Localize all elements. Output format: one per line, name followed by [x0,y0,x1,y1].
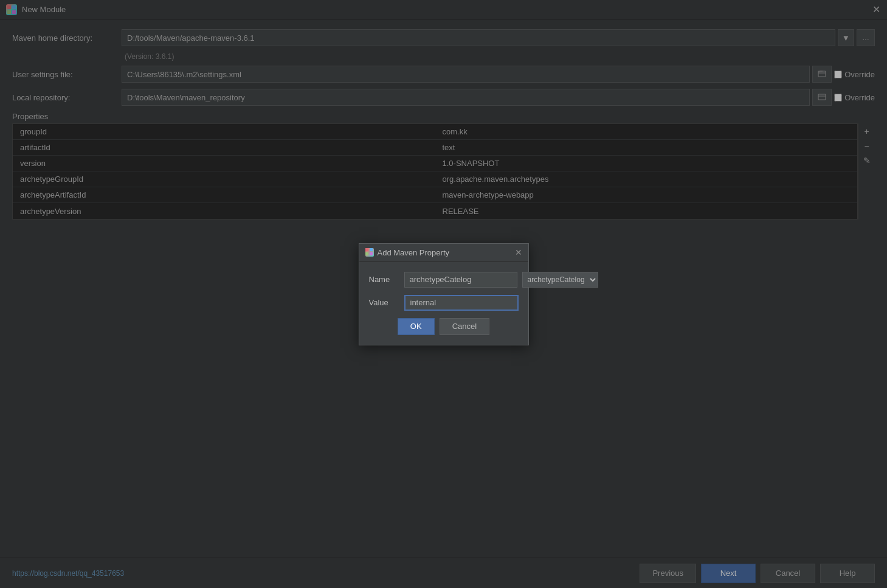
modal-titlebar-left: Add Maven Property [365,248,450,257]
modal-name-dropdown[interactable]: archetypeCatelog [522,272,598,288]
modal-title: Add Maven Property [378,248,450,257]
svg-rect-8 [365,252,368,255]
modal-titlebar: Add Maven Property ✕ [359,244,528,262]
modal-name-label: Name [369,275,399,284]
modal-buttons: OK Cancel [369,318,519,335]
modal-overlay: Add Maven Property ✕ Name archetypeCatel… [0,0,887,588]
modal-value-input[interactable] [404,295,519,311]
modal-name-input[interactable] [404,272,517,288]
modal-app-icon [365,248,374,257]
svg-rect-6 [365,248,368,251]
add-maven-property-modal: Add Maven Property ✕ Name archetypeCatel… [359,243,529,345]
svg-rect-9 [370,252,373,255]
modal-name-row: Name archetypeCatelog [369,272,519,288]
modal-value-label: Value [369,298,399,307]
modal-value-row: Value [369,295,519,311]
modal-ok-button[interactable]: OK [398,318,435,335]
modal-body: Name archetypeCatelog Value OK Cancel [359,262,528,345]
modal-close-button[interactable]: ✕ [515,247,522,257]
modal-cancel-button[interactable]: Cancel [440,318,489,335]
svg-rect-7 [370,248,373,251]
